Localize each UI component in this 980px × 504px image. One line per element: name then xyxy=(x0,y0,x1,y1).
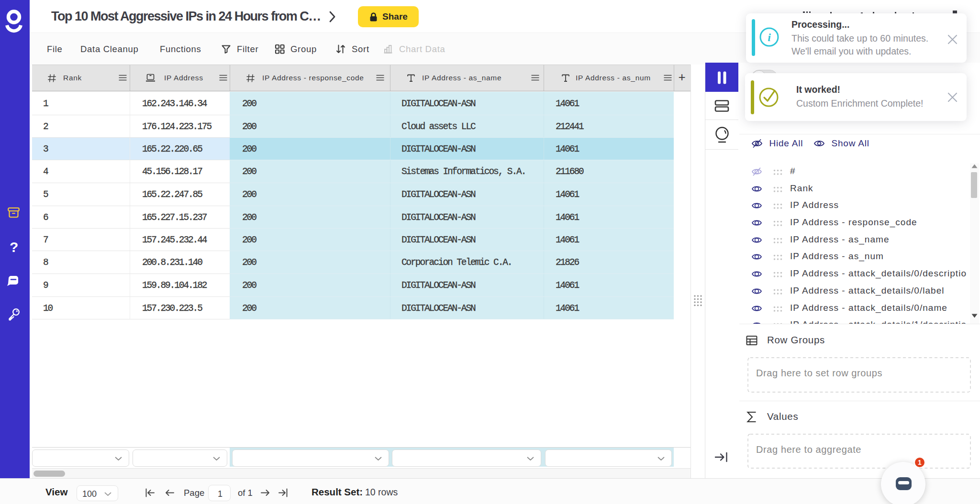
svg-text:i: i xyxy=(768,31,771,44)
